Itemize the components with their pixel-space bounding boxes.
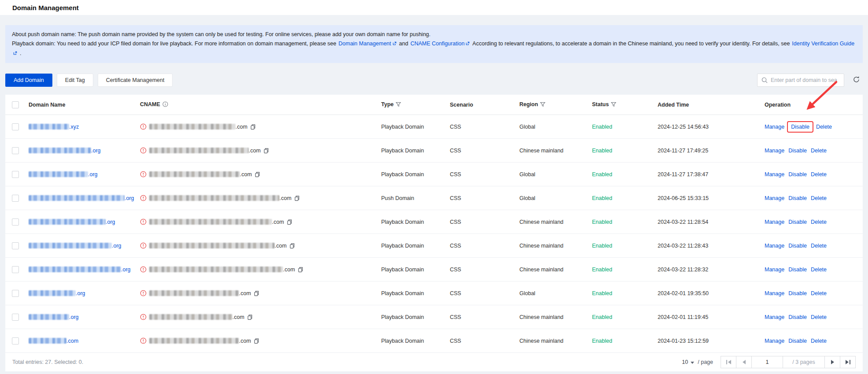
add-domain-button[interactable]: Add Domain bbox=[5, 74, 52, 87]
op-disable-link[interactable]: Disable bbox=[788, 219, 807, 225]
op-manage-link[interactable]: Manage bbox=[765, 314, 784, 320]
cname-value: .com bbox=[149, 195, 291, 201]
copy-icon[interactable] bbox=[294, 195, 300, 201]
domain-management-link[interactable]: Domain Management bbox=[338, 41, 397, 47]
domain-name-link[interactable]: .org bbox=[29, 314, 79, 320]
certificate-management-button[interactable]: Certificate Management bbox=[98, 74, 173, 87]
row-checkbox[interactable] bbox=[12, 218, 19, 226]
copy-icon[interactable] bbox=[289, 243, 295, 249]
op-disable-link[interactable]: Disable bbox=[788, 314, 807, 320]
filter-icon[interactable] bbox=[396, 102, 401, 108]
next-page-button[interactable] bbox=[824, 356, 840, 368]
domain-name-link[interactable]: .org bbox=[29, 243, 121, 249]
copy-icon[interactable] bbox=[298, 267, 303, 273]
op-disable-link[interactable]: Disable bbox=[791, 124, 809, 130]
redacted-domain-name bbox=[29, 267, 121, 272]
scenario-cell: CSS bbox=[445, 338, 514, 344]
annotation-highlight-box: Disable bbox=[787, 121, 813, 133]
domain-name-link[interactable]: .org bbox=[29, 267, 131, 273]
last-page-button[interactable] bbox=[840, 356, 856, 368]
cname-value: .com bbox=[149, 124, 247, 130]
row-checkbox[interactable] bbox=[12, 171, 19, 178]
banner-line2-text3: According to relevant regulations, to ac… bbox=[472, 41, 790, 47]
redacted-cname bbox=[149, 124, 235, 130]
op-delete-link[interactable]: Delete bbox=[811, 195, 827, 201]
op-delete-link[interactable]: Delete bbox=[811, 314, 827, 320]
row-checkbox[interactable] bbox=[12, 290, 19, 297]
cname-configuration-link[interactable]: CNAME Configuration bbox=[410, 41, 470, 47]
op-manage-link[interactable]: Manage bbox=[765, 290, 784, 296]
op-delete-link[interactable]: Delete bbox=[811, 171, 827, 178]
prev-page-button[interactable] bbox=[736, 356, 752, 368]
type-cell: Playback Domain bbox=[376, 338, 445, 344]
copy-icon[interactable] bbox=[287, 219, 292, 225]
op-disable-link[interactable]: Disable bbox=[788, 171, 807, 178]
row-checkbox[interactable] bbox=[12, 195, 19, 202]
type-cell: Playback Domain bbox=[376, 148, 445, 154]
type-cell: Playback Domain bbox=[376, 243, 445, 249]
filter-icon[interactable] bbox=[540, 102, 545, 108]
op-manage-link[interactable]: Manage bbox=[765, 243, 784, 249]
op-delete-link[interactable]: Delete bbox=[811, 219, 827, 225]
op-delete-link[interactable]: Delete bbox=[811, 290, 827, 296]
row-checkbox[interactable] bbox=[12, 337, 19, 344]
op-delete-link[interactable]: Delete bbox=[811, 148, 827, 154]
op-disable-link[interactable]: Disable bbox=[788, 148, 807, 154]
header-region: Region bbox=[514, 101, 587, 108]
select-all-checkbox[interactable] bbox=[12, 101, 19, 108]
current-page-input[interactable] bbox=[752, 359, 783, 365]
search-input[interactable] bbox=[757, 74, 844, 87]
filter-icon[interactable] bbox=[611, 102, 616, 108]
op-disable-link[interactable]: Disable bbox=[788, 243, 807, 249]
copy-icon[interactable] bbox=[254, 171, 260, 178]
region-cell: Chinese mainland bbox=[514, 338, 587, 344]
domain-name-link[interactable]: .org bbox=[29, 171, 98, 178]
status-badge: Enabled bbox=[587, 219, 652, 225]
op-delete-link[interactable]: Delete bbox=[816, 124, 832, 130]
page-size-select[interactable]: 10 bbox=[682, 359, 694, 365]
region-cell: Chinese mainland bbox=[514, 148, 587, 154]
region-cell: Global bbox=[514, 171, 587, 178]
status-badge: Enabled bbox=[587, 267, 652, 273]
edit-tag-button[interactable]: Edit Tag bbox=[57, 74, 93, 87]
op-manage-link[interactable]: Manage bbox=[765, 148, 784, 154]
op-delete-link[interactable]: Delete bbox=[811, 267, 827, 273]
op-delete-link[interactable]: Delete bbox=[811, 243, 827, 249]
domain-name-link[interactable]: .org bbox=[29, 148, 101, 154]
info-icon[interactable] bbox=[162, 101, 168, 108]
row-checkbox[interactable] bbox=[12, 147, 19, 154]
row-checkbox[interactable] bbox=[12, 314, 19, 321]
domain-name-link[interactable]: .org bbox=[29, 195, 134, 201]
op-manage-link[interactable]: Manage bbox=[765, 195, 784, 201]
copy-icon[interactable] bbox=[247, 314, 253, 320]
op-manage-link[interactable]: Manage bbox=[765, 124, 784, 130]
domain-name-link[interactable]: .org bbox=[29, 219, 115, 225]
op-disable-link[interactable]: Disable bbox=[788, 195, 807, 201]
row-checkbox[interactable] bbox=[12, 242, 19, 249]
external-link-icon bbox=[392, 40, 397, 49]
row-checkbox[interactable] bbox=[12, 123, 19, 130]
pager-controls: / 3 pages bbox=[721, 356, 856, 368]
op-disable-link[interactable]: Disable bbox=[788, 267, 807, 273]
op-manage-link[interactable]: Manage bbox=[765, 219, 784, 225]
refresh-button[interactable] bbox=[850, 74, 863, 87]
op-manage-link[interactable]: Manage bbox=[765, 338, 784, 344]
op-delete-link[interactable]: Delete bbox=[811, 338, 827, 344]
first-page-button[interactable] bbox=[721, 356, 736, 368]
op-manage-link[interactable]: Manage bbox=[765, 267, 784, 273]
added-time-cell: 2024-06-25 15:33:15 bbox=[652, 195, 759, 201]
copy-icon[interactable] bbox=[263, 148, 269, 154]
domain-name-link[interactable]: .com bbox=[29, 338, 78, 344]
op-disable-link[interactable]: Disable bbox=[788, 338, 807, 344]
per-page-label: / page bbox=[698, 359, 713, 365]
table-row: .org .com Playback Domain CSS Chinese ma… bbox=[5, 258, 863, 281]
op-manage-link[interactable]: Manage bbox=[765, 171, 784, 178]
copy-icon[interactable] bbox=[254, 338, 259, 344]
copy-icon[interactable] bbox=[254, 290, 259, 296]
domain-name-link[interactable]: .xyz bbox=[29, 124, 79, 130]
table-row: .org .com Playback Domain CSS Chinese ma… bbox=[5, 139, 863, 163]
row-checkbox[interactable] bbox=[12, 266, 19, 273]
domain-name-link[interactable]: .org bbox=[29, 290, 85, 296]
copy-icon[interactable] bbox=[250, 124, 256, 130]
op-disable-link[interactable]: Disable bbox=[788, 290, 807, 296]
